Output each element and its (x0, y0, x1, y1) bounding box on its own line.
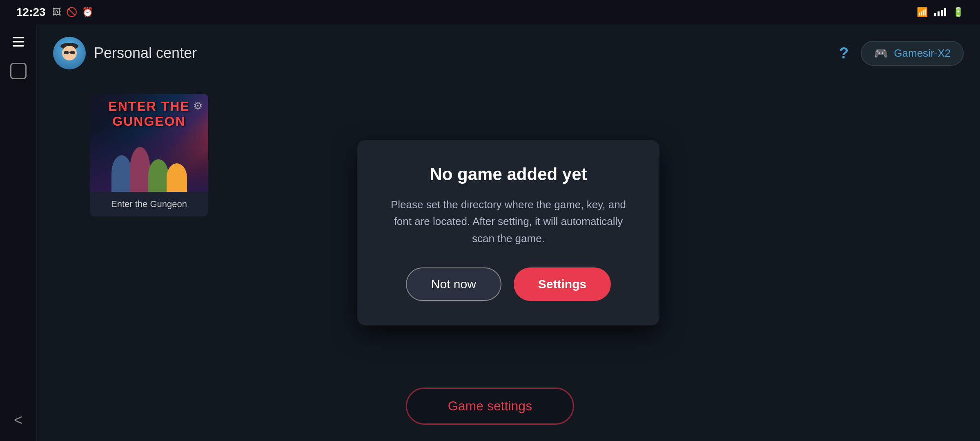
back-button[interactable]: < (14, 412, 22, 429)
settings-button[interactable]: Settings (514, 267, 611, 301)
status-bar-right: 📶 🔋 (917, 7, 964, 18)
not-now-button[interactable]: Not now (406, 267, 501, 301)
sidebar-top (10, 37, 27, 79)
clock-icon: ⏰ (82, 7, 93, 18)
photo-icon: 🖼 (52, 7, 61, 18)
wifi-icon: 📶 (917, 7, 928, 18)
modal-buttons: Not now Settings (390, 267, 627, 301)
left-sidebar: < (0, 24, 37, 441)
block-icon: 🚫 (66, 7, 77, 18)
modal-dialog: No game added yet Please set the directo… (357, 140, 659, 326)
status-icons: 🖼 🚫 ⏰ (52, 7, 93, 18)
status-bar-left: 12:23 🖼 🚫 ⏰ (16, 6, 93, 19)
signal-icon (934, 8, 946, 16)
status-time: 12:23 (16, 6, 46, 19)
hamburger-menu[interactable] (13, 37, 24, 47)
square-button[interactable] (10, 63, 27, 79)
modal-body: Please set the directory where the game,… (390, 196, 627, 247)
battery-icon: 🔋 (953, 7, 964, 18)
modal-overlay: No game added yet Please set the directo… (37, 24, 980, 441)
status-bar: 12:23 🖼 🚫 ⏰ 📶 🔋 (0, 0, 980, 24)
modal-title: No game added yet (390, 165, 627, 184)
